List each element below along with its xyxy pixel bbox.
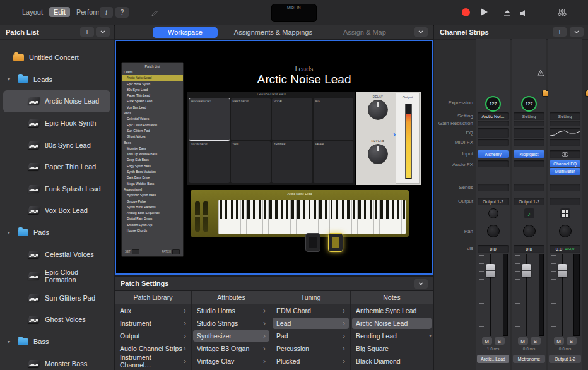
- patch-list-folder-leads[interactable]: ▾ Leads: [3, 69, 110, 91]
- tuning-row[interactable]: Percussion: [271, 342, 350, 355]
- eq-display[interactable]: [478, 128, 509, 138]
- tuning-row[interactable]: Pad: [271, 330, 350, 342]
- reverb-knob-dial[interactable]: [368, 144, 388, 164]
- output-selector[interactable]: [550, 198, 580, 205]
- mini-patch-item[interactable]: Sun Glitters Pad: [122, 128, 183, 134]
- output-selector[interactable]: Output 1-2: [478, 198, 509, 205]
- fader-cap[interactable]: [486, 264, 495, 277]
- set-selector[interactable]: SET: [125, 249, 139, 254]
- disclosure-icon[interactable]: ▾: [5, 76, 13, 82]
- pan-knob[interactable]: [487, 225, 500, 237]
- channel-strip-1[interactable]: 127 Arctic Noi... Alchemy Output 1-2 0,0…: [476, 39, 510, 370]
- channel-strips-action-menu[interactable]: [570, 27, 584, 37]
- audio-fx-slot[interactable]: [478, 160, 509, 167]
- tab-workspace[interactable]: Workspace: [153, 27, 218, 38]
- tab-assignments-mappings[interactable]: Assignments & Mappings: [234, 28, 312, 36]
- mini-patch-item[interactable]: Monster Bass: [122, 146, 183, 152]
- mode-edit[interactable]: Edit: [49, 7, 70, 17]
- setting-field[interactable]: Setting: [514, 112, 544, 120]
- pitch-wheel[interactable]: [195, 201, 200, 232]
- patch-list-item[interactable]: Arctic Noise Lead: [3, 90, 110, 112]
- mini-patch-item[interactable]: Groove Pulse: [122, 199, 183, 205]
- transform-pad[interactable]: FIRST DROP: [231, 98, 271, 140]
- mute-button[interactable]: M: [554, 337, 564, 345]
- notes-row[interactable]: Anthemic Sync Lead: [351, 304, 433, 317]
- mini-patch-item[interactable]: Deep Sub Bass: [122, 157, 183, 163]
- mini-patch-item[interactable]: Epic Hook Synth: [122, 81, 183, 87]
- keypad-icon[interactable]: [560, 208, 570, 218]
- patch-selector[interactable]: PATCH: [162, 249, 180, 254]
- patch-list-item-concert[interactable]: Untitled Concert: [3, 47, 110, 69]
- patch-list-item[interactable]: Monster Bass: [3, 352, 110, 370]
- play-button[interactable]: [481, 8, 488, 16]
- mini-patch-item[interactable]: Torn Up Wobble Bass: [122, 152, 183, 157]
- mute-button[interactable]: M: [518, 337, 528, 345]
- patch-list-item[interactable]: Epic Hook Synth: [3, 112, 110, 134]
- column-header[interactable]: Attributes: [192, 291, 271, 304]
- attributes-row[interactable]: Vintage Clav: [192, 355, 271, 367]
- eq-display[interactable]: [514, 128, 544, 138]
- column-header[interactable]: Notes: [351, 291, 433, 304]
- mini-patch-item[interactable]: Epic Cloud Formation: [122, 122, 183, 128]
- expression-knob[interactable]: 127: [521, 96, 537, 112]
- channel-strip-output[interactable]: Setting Channel EQ MultiMeter 0,0-192,0: [548, 39, 582, 370]
- midi-fx-slot[interactable]: [550, 139, 580, 146]
- sends-slot[interactable]: [514, 184, 544, 191]
- mini-patch-item[interactable]: Arctic Noise Lead: [122, 75, 183, 81]
- tuning-row[interactable]: Lead: [273, 318, 349, 329]
- column-header[interactable]: Patch Library: [115, 291, 191, 304]
- mini-patch-item[interactable]: Digital Rain Drops: [122, 216, 183, 222]
- disclosure-icon[interactable]: ▾: [5, 230, 13, 236]
- workspace-canvas[interactable]: Patch List Leads Arctic Noise LeadEpic H…: [115, 40, 433, 275]
- mini-patch-item[interactable]: Analog Bass Sequence: [122, 210, 183, 216]
- assign-map-button[interactable]: Assign & Map: [343, 28, 386, 36]
- patch-list-item[interactable]: Epic Cloud Formation: [3, 265, 110, 287]
- column-header[interactable]: Tuning: [271, 291, 350, 304]
- keyboard-screen-control[interactable]: Arctic Noise Lead: [191, 190, 409, 237]
- notes-row[interactable]: Bending Lead: [351, 330, 433, 342]
- add-channel-strip-button[interactable]: [553, 27, 567, 37]
- gain-knob[interactable]: [488, 208, 498, 218]
- attributes-row[interactable]: Studio Horns: [192, 304, 271, 317]
- patch-library-row[interactable]: Instrument: [115, 317, 191, 330]
- mini-patch-list[interactable]: Patch List Leads Arctic Noise LeadEpic H…: [121, 62, 184, 257]
- disclosure-icon[interactable]: ▾: [5, 339, 13, 345]
- add-patch-button[interactable]: [80, 27, 94, 37]
- piano-keys[interactable]: [218, 200, 406, 234]
- mini-patch-item[interactable]: House Chords: [122, 228, 183, 234]
- volume-fader[interactable]: [478, 254, 509, 336]
- pedal-2-active[interactable]: [328, 233, 343, 252]
- patch-list-folder-bass[interactable]: ▾ Bass: [3, 331, 110, 353]
- mode-layout[interactable]: Layout: [18, 7, 47, 17]
- stereo-input-icon[interactable]: [550, 150, 580, 158]
- transform-pad[interactable]: BIG: [314, 98, 354, 140]
- patch-list-item[interactable]: Funk Splash Lead: [3, 178, 110, 200]
- pan-knob[interactable]: [523, 225, 536, 237]
- midi-fx-slot[interactable]: [478, 139, 509, 146]
- patch-library-row[interactable]: Instrument Channel…: [115, 355, 191, 367]
- patch-settings-action-menu[interactable]: [414, 279, 428, 289]
- record-button[interactable]: [462, 8, 470, 16]
- patch-list-item[interactable]: Sun Glitters Pad: [3, 287, 110, 309]
- volume-db-field[interactable]: 0,0: [478, 245, 509, 253]
- strip-name-footer[interactable]: Output 1-2: [549, 355, 581, 363]
- audio-fx-plugin-button[interactable]: MultiMeter: [550, 168, 580, 175]
- mini-patch-item[interactable]: Celestial Voices: [122, 116, 183, 122]
- patch-list-item[interactable]: Vox Box Lead: [3, 200, 110, 222]
- attributes-row[interactable]: Synthesizer: [193, 330, 269, 342]
- edit-pencil-icon[interactable]: [151, 8, 158, 20]
- volume-fader[interactable]: [550, 254, 580, 336]
- strip-name-footer[interactable]: Arctic...Lead: [477, 355, 509, 363]
- pedal-1[interactable]: [305, 233, 320, 252]
- transform-pad[interactable]: THIN: [231, 141, 271, 183]
- patch-library-row[interactable]: Aux: [115, 304, 191, 317]
- mini-patch-item[interactable]: Synth Bass Mutation: [122, 169, 183, 175]
- workspace-action-menu[interactable]: [414, 27, 428, 37]
- patch-list-item[interactable]: Celestial Voices: [3, 243, 110, 265]
- mini-patch-item[interactable]: Smooth Synth Arp: [122, 222, 183, 228]
- mini-patch-item[interactable]: Dark Bass Drive: [122, 175, 183, 181]
- mini-patch-item[interactable]: Mega Wobble Bass: [122, 181, 183, 187]
- transform-pad[interactable]: SAVER: [314, 141, 354, 183]
- metronome-note-icon[interactable]: [524, 208, 534, 218]
- solo-button[interactable]: S: [495, 337, 505, 345]
